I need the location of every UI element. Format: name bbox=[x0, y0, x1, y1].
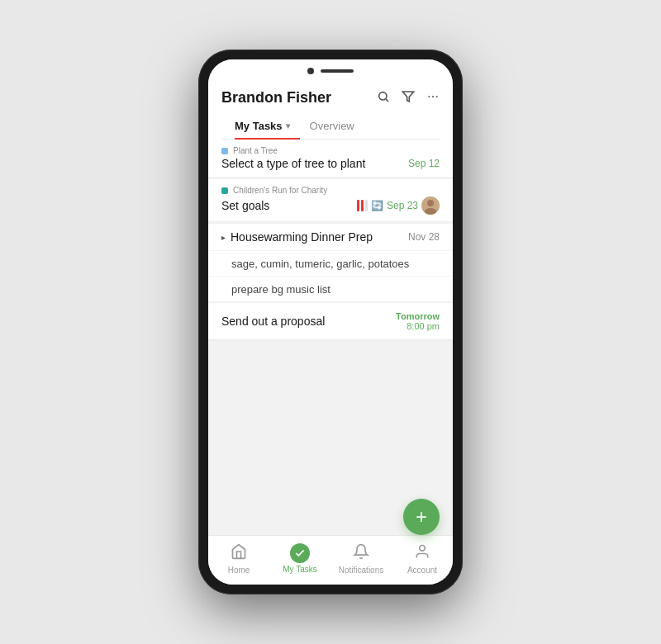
svg-point-0 bbox=[379, 92, 387, 99]
tomorrow-time: 8:00 pm bbox=[396, 321, 440, 331]
svg-point-3 bbox=[428, 96, 430, 97]
my-tasks-icon bbox=[290, 543, 310, 563]
nav-item-home[interactable]: Home bbox=[208, 543, 269, 575]
section-date: Nov 28 bbox=[408, 231, 440, 243]
list-item: sage, cumin, tumeric, garlic, potatoes bbox=[208, 250, 453, 276]
task-name[interactable]: Select a type of tree to plant bbox=[221, 157, 365, 170]
task-list: Plant a Tree Select a type of tree to pl… bbox=[208, 140, 453, 535]
bar-1 bbox=[357, 200, 359, 211]
project-label: Plant a Tree bbox=[221, 146, 440, 155]
nav-label-notifications: Notifications bbox=[339, 566, 383, 575]
page-title: Brandon Fisher bbox=[221, 89, 331, 107]
progress-bars bbox=[357, 200, 368, 211]
svg-point-9 bbox=[420, 545, 426, 551]
account-icon bbox=[414, 543, 430, 564]
camera-dot bbox=[307, 68, 314, 74]
tab-my-tasks[interactable]: My Tasks ▾ bbox=[235, 113, 300, 139]
bottom-navigation: Home My Tasks Notifications bbox=[208, 535, 453, 585]
task-item: Children's Run for Charity Set goals 🔄 S… bbox=[208, 179, 453, 222]
subtask-name: prepare bg music list bbox=[231, 283, 330, 296]
task-due-date: Sep 23 bbox=[387, 200, 418, 211]
svg-marker-2 bbox=[402, 92, 413, 102]
notifications-icon bbox=[353, 543, 369, 564]
project-name: Children's Run for Charity bbox=[233, 186, 327, 195]
nav-label-home: Home bbox=[228, 566, 250, 575]
project-label: Children's Run for Charity bbox=[221, 186, 440, 195]
nav-item-my-tasks[interactable]: My Tasks bbox=[269, 543, 330, 574]
filter-icon[interactable] bbox=[402, 90, 415, 107]
home-icon bbox=[231, 543, 247, 564]
add-task-button[interactable]: + bbox=[403, 499, 440, 535]
project-color-dot bbox=[221, 148, 228, 154]
task-name[interactable]: Set goals bbox=[221, 199, 269, 212]
nav-item-account[interactable]: Account bbox=[392, 543, 453, 575]
svg-point-7 bbox=[427, 200, 434, 206]
phone-screen: Brandon Fisher bbox=[208, 59, 453, 585]
nav-item-notifications[interactable]: Notifications bbox=[330, 543, 392, 575]
speaker-bar bbox=[321, 69, 354, 73]
more-icon[interactable] bbox=[426, 90, 440, 107]
search-icon[interactable] bbox=[377, 90, 390, 107]
tomorrow-label: Tomorrow bbox=[396, 311, 440, 321]
plus-icon: + bbox=[416, 507, 427, 527]
section-header: ▸ Housewarming Dinner Prep Nov 28 bbox=[208, 224, 453, 250]
svg-point-4 bbox=[432, 96, 434, 97]
nav-label-my-tasks: My Tasks bbox=[283, 565, 317, 574]
task-due-info: Tomorrow 8:00 pm bbox=[396, 311, 440, 331]
section-name: Housewarming Dinner Prep bbox=[231, 230, 373, 244]
project-name: Plant a Tree bbox=[233, 146, 278, 155]
phone-device: Brandon Fisher bbox=[198, 50, 463, 594]
list-item: prepare bg music list bbox=[208, 276, 453, 301]
expand-icon[interactable]: ▸ bbox=[221, 233, 226, 242]
avatar bbox=[421, 197, 440, 215]
svg-point-8 bbox=[425, 208, 436, 215]
highlighted-task[interactable]: Send out a proposal Tomorrow 8:00 pm bbox=[208, 303, 453, 339]
project-color-dot bbox=[221, 187, 228, 194]
bar-3 bbox=[365, 200, 368, 211]
task-item: Plant a Tree Select a type of tree to pl… bbox=[208, 140, 453, 178]
task-indicators: 🔄 Sep 23 bbox=[357, 197, 440, 215]
svg-point-5 bbox=[436, 96, 438, 97]
tab-bar: My Tasks ▾ Overview bbox=[221, 113, 440, 140]
nav-label-account: Account bbox=[407, 566, 437, 575]
subtask-name: sage, cumin, tumeric, garlic, potatoes bbox=[231, 258, 409, 270]
sync-icon: 🔄 bbox=[371, 200, 383, 211]
task-name: Send out a proposal bbox=[221, 315, 325, 328]
task-due-date: Sep 12 bbox=[408, 158, 440, 169]
header-actions bbox=[377, 90, 440, 107]
svg-line-1 bbox=[386, 99, 388, 102]
app-header: Brandon Fisher bbox=[208, 83, 453, 140]
status-bar bbox=[208, 59, 453, 83]
chevron-down-icon: ▾ bbox=[286, 121, 290, 130]
housewarming-section: ▸ Housewarming Dinner Prep Nov 28 sage, … bbox=[208, 224, 453, 301]
tab-overview[interactable]: Overview bbox=[310, 113, 364, 139]
bar-2 bbox=[361, 200, 364, 211]
